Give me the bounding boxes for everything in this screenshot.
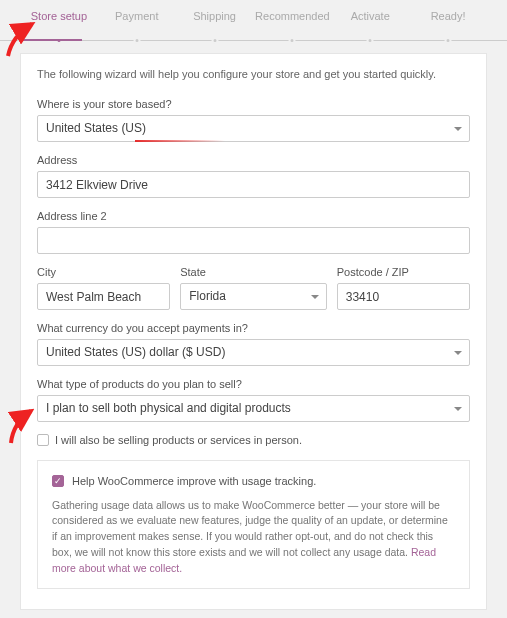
step-shipping[interactable]: Shipping	[176, 10, 254, 40]
step-store-setup[interactable]: Store setup	[20, 10, 98, 40]
city-input[interactable]	[37, 283, 170, 310]
in-person-label: I will also be selling products or servi…	[55, 434, 302, 446]
currency-label: What currency do you accept payments in?	[37, 322, 470, 334]
chevron-down-icon	[454, 351, 462, 355]
step-recommended[interactable]: Recommended	[253, 10, 331, 40]
address-label: Address	[37, 154, 470, 166]
step-dot-icon	[445, 37, 452, 44]
tracking-title: Help WooCommerce improve with usage trac…	[72, 473, 316, 490]
step-label: Ready!	[431, 10, 466, 22]
product-type-label: What type of products do you plan to sel…	[37, 378, 470, 390]
intro-text: The following wizard will help you confi…	[37, 68, 470, 80]
step-dot-icon	[133, 37, 140, 44]
in-person-checkbox[interactable]	[37, 434, 49, 446]
state-label: State	[180, 266, 327, 278]
product-type-select[interactable]: I plan to sell both physical and digital…	[37, 395, 470, 422]
store-location-label: Where is your store based?	[37, 98, 470, 110]
tracking-body: Gathering usage data allows us to make W…	[52, 499, 448, 558]
step-label: Store setup	[31, 10, 87, 22]
zip-input[interactable]	[337, 283, 470, 310]
store-location-select[interactable]: United States (US)	[37, 115, 470, 142]
store-setup-card: The following wizard will help you confi…	[20, 53, 487, 610]
step-payment[interactable]: Payment	[98, 10, 176, 40]
tracking-box: Help WooCommerce improve with usage trac…	[37, 460, 470, 589]
address2-label: Address line 2	[37, 210, 470, 222]
address-input[interactable]	[37, 171, 470, 198]
chevron-down-icon	[311, 295, 319, 299]
step-dot-icon	[367, 37, 374, 44]
step-label: Activate	[351, 10, 390, 22]
tracking-checkbox[interactable]	[52, 475, 64, 487]
chevron-down-icon	[454, 407, 462, 411]
zip-label: Postcode / ZIP	[337, 266, 470, 278]
step-label: Payment	[115, 10, 158, 22]
city-label: City	[37, 266, 170, 278]
chevron-down-icon	[454, 127, 462, 131]
step-dot-icon	[289, 37, 296, 44]
address2-input[interactable]	[37, 227, 470, 254]
step-activate[interactable]: Activate	[331, 10, 409, 40]
step-label: Shipping	[193, 10, 236, 22]
currency-select[interactable]: United States (US) dollar ($ USD)	[37, 339, 470, 366]
step-ready[interactable]: Ready!	[409, 10, 487, 40]
step-dot-icon	[211, 37, 218, 44]
step-label: Recommended	[255, 10, 330, 22]
wizard-steps: Store setupPaymentShippingRecommendedAct…	[0, 0, 507, 41]
in-person-row[interactable]: I will also be selling products or servi…	[37, 434, 470, 446]
state-select[interactable]: Florida	[180, 283, 327, 310]
